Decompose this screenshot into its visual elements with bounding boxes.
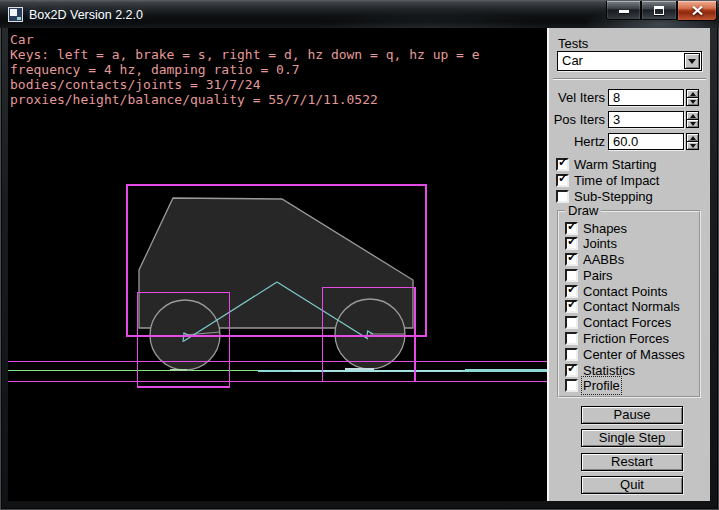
vel-iters-down-button[interactable] <box>686 98 699 106</box>
draw-group: Draw ✓ Shapes ✓ Joints ✓ AABBs ✓ Pairs ✓… <box>557 210 701 398</box>
checkbox-label: Profile <box>583 378 620 393</box>
vel-iters-input[interactable]: 8 <box>608 89 684 106</box>
checkbox-row-joints: ✓ Joints <box>565 237 697 251</box>
checkbox-contact-forces[interactable]: ✓ <box>565 316 578 329</box>
checkbox-sub-stepping[interactable]: ✓ <box>556 190 569 203</box>
debug-text-line: Keys: left = a, brake = s, right = d, hz… <box>10 47 480 62</box>
triangle-down-icon <box>690 144 696 148</box>
checkbox-profile[interactable]: ✓ <box>565 379 578 392</box>
spinner-arrows <box>686 133 699 150</box>
checkbox-label: Shapes <box>583 221 627 236</box>
debug-text-line: frequency = 4 hz, damping ratio = 0.7 <box>10 62 480 77</box>
spinner-arrows <box>686 89 699 106</box>
spinner-label: Vel Iters <box>549 90 605 105</box>
checkbox-label: Contact Points <box>583 284 668 299</box>
checkbox-joints[interactable]: ✓ <box>565 237 578 250</box>
spinner-group: Vel Iters 8 Pos Iters 3 Hertz 60.0 <box>549 89 710 155</box>
pos-iters-up-button[interactable] <box>686 111 699 120</box>
checkbox-shapes[interactable]: ✓ <box>565 222 578 235</box>
draw-group-label: Draw <box>565 204 601 218</box>
app-window: Box2D Version 2.2.0 <box>0 0 719 510</box>
hertz-up-button[interactable] <box>686 133 699 142</box>
checkbox-label: Joints <box>583 236 617 251</box>
triangle-down-icon <box>690 122 696 126</box>
title-bar: Box2D Version 2.2.0 <box>0 0 719 28</box>
debug-text-line: Car <box>10 32 480 47</box>
checkbox-row-statistics: ✓ Statistics <box>565 363 697 377</box>
checkmark-icon: ✓ <box>567 298 577 310</box>
draw-options: ✓ Shapes ✓ Joints ✓ AABBs ✓ Pairs ✓ Cont… <box>565 221 697 395</box>
checkmark-icon: ✓ <box>558 156 568 168</box>
test-select[interactable]: Car <box>557 51 702 71</box>
simulation-canvas[interactable]: CarKeys: left = a, brake = s, right = d,… <box>8 28 547 501</box>
checkbox-row-sub-stepping: ✓ Sub-Stepping <box>556 189 659 203</box>
checkbox-row-contact-forces: ✓ Contact Forces <box>565 316 697 330</box>
bridge-highlight-segment <box>292 370 462 372</box>
front-wheel-contact-mark <box>345 368 374 370</box>
pause-button[interactable]: Pause <box>581 406 683 424</box>
app-icon <box>8 7 23 22</box>
checkbox-row-center-of-masses: ✓ Center of Masses <box>565 347 697 361</box>
hertz-input[interactable]: 60.0 <box>608 133 684 150</box>
maximize-button[interactable] <box>641 1 677 20</box>
close-button[interactable] <box>677 1 717 21</box>
control-panel: Tests Car Vel Iters 8 Pos Iters 3 Hertz … <box>547 28 710 501</box>
quit-button[interactable]: Quit <box>581 476 683 494</box>
minimize-button[interactable] <box>606 1 641 20</box>
checkbox-row-warm-starting: ✓ Warm Starting <box>556 157 659 171</box>
checkbox-warm-starting[interactable]: ✓ <box>556 158 569 171</box>
triangle-up-icon <box>690 114 696 118</box>
checkbox-row-aabbs: ✓ AABBs <box>565 253 697 267</box>
checkbox-statistics[interactable]: ✓ <box>565 364 578 377</box>
checkbox-row-contact-normals: ✓ Contact Normals <box>565 300 697 314</box>
checkbox-friction-forces[interactable]: ✓ <box>565 332 578 345</box>
checkbox-contact-points[interactable]: ✓ <box>565 285 578 298</box>
checkbox-row-pairs: ✓ Pairs <box>565 268 697 282</box>
checkbox-label: Time of Impact <box>574 173 659 188</box>
test-select-dropdown-button[interactable] <box>684 53 700 69</box>
chevron-down-icon <box>688 59 696 64</box>
restart-button[interactable]: Restart <box>581 453 683 471</box>
hertz-down-button[interactable] <box>686 142 699 150</box>
spinner-pos-iters: Pos Iters 3 <box>549 111 710 128</box>
checkbox-aabbs[interactable]: ✓ <box>565 253 578 266</box>
spinner-arrows <box>686 111 699 128</box>
checkbox-label: Contact Forces <box>583 315 671 330</box>
pos-iters-down-button[interactable] <box>686 120 699 128</box>
checkbox-time-of-impact[interactable]: ✓ <box>556 174 569 187</box>
vel-iters-up-button[interactable] <box>686 89 699 98</box>
minimize-icon <box>619 10 629 13</box>
checkbox-label: Center of Masses <box>583 347 685 362</box>
checkmark-icon: ✓ <box>567 220 577 232</box>
checkmark-icon: ✓ <box>567 235 577 247</box>
checkbox-label: Warm Starting <box>574 157 657 172</box>
rear-wheel-contact-mark <box>170 369 187 371</box>
triangle-down-icon <box>690 100 696 104</box>
button-label: Quit <box>620 478 644 492</box>
debug-text-line: bodies/contacts/joints = 31/7/24 <box>10 77 480 92</box>
spinner-hertz: Hertz 60.0 <box>549 133 710 150</box>
button-label: Single Step <box>599 431 666 445</box>
window-content: CarKeys: left = a, brake = s, right = d,… <box>8 28 710 501</box>
triangle-up-icon <box>690 92 696 96</box>
pos-iters-input[interactable]: 3 <box>608 111 684 128</box>
checkmark-icon: ✓ <box>567 283 577 295</box>
checkbox-row-profile: ✓ Profile <box>565 379 697 393</box>
checkmark-icon: ✓ <box>567 251 577 263</box>
spinner-vel-iters: Vel Iters 8 <box>549 89 710 106</box>
test-select-value: Car <box>562 53 583 69</box>
checkbox-contact-normals[interactable]: ✓ <box>565 300 578 313</box>
checkbox-row-contact-points: ✓ Contact Points <box>565 284 697 298</box>
checkbox-row-time-of-impact: ✓ Time of Impact <box>556 173 659 187</box>
button-label: Pause <box>614 408 651 422</box>
checkbox-pairs[interactable]: ✓ <box>565 269 578 282</box>
checkmark-icon: ✓ <box>558 172 568 184</box>
spinner-label: Pos Iters <box>549 112 605 127</box>
single-step-button[interactable]: Single Step <box>581 429 683 447</box>
window-title: Box2D Version 2.2.0 <box>29 8 143 22</box>
checkbox-row-friction-forces: ✓ Friction Forces <box>565 332 697 346</box>
checkbox-center-of-masses[interactable]: ✓ <box>565 348 578 361</box>
maximize-icon <box>654 6 664 15</box>
debug-text-overlay: CarKeys: left = a, brake = s, right = d,… <box>10 32 480 107</box>
checkbox-label: Contact Normals <box>583 299 680 314</box>
